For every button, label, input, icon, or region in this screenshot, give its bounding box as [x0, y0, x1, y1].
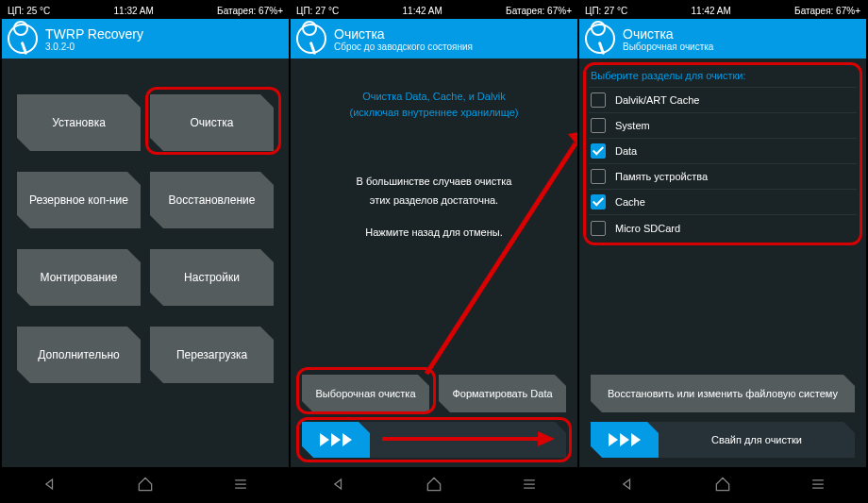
- desc-line1: В большинстве случаев очистка: [300, 173, 568, 192]
- info-line1: Очистка Data, Cache, и Dalvik: [300, 89, 568, 105]
- content: Выберите разделы для очистки: Dalvik/ART…: [579, 59, 866, 467]
- screen-main: ЦП: 25 °C 11:32 AM Батарея: 67%+ TWRP Re…: [2, 2, 289, 501]
- partition-label: Data: [615, 145, 637, 157]
- header-subtitle: 3.0.2-0: [45, 42, 143, 52]
- statusbar: ЦП: 27 °C 11:42 AM Батарея: 67%+: [579, 2, 866, 19]
- partition-label: Micro SDCard: [615, 223, 680, 234]
- clock: 11:32 AM: [114, 6, 154, 16]
- navbar: [2, 467, 289, 501]
- info-line2: (исключая внутреннее хранилище): [300, 105, 568, 121]
- header-subtitle: Выборочная очистка: [623, 42, 713, 52]
- checkbox-icon[interactable]: [591, 92, 606, 108]
- svg-marker-3: [568, 130, 577, 153]
- home-icon[interactable]: [713, 475, 732, 494]
- clock: 11:42 AM: [403, 6, 442, 16]
- cpu-temp: ЦП: 25 °C: [8, 6, 50, 16]
- back-icon[interactable]: [329, 475, 348, 494]
- screen-wipe: ЦП: 27 °C 11:42 AM Батарея: 67%+ Очистка…: [291, 2, 577, 501]
- header: TWRP Recovery 3.0.2-0: [2, 19, 289, 59]
- partition-label: System: [615, 120, 650, 131]
- clock: 11:42 AM: [692, 6, 731, 16]
- tile-restore[interactable]: Восстановление: [150, 172, 274, 228]
- partition-row[interactable]: Dalvik/ART Cache: [589, 88, 857, 113]
- desc-line3: Нажмите назад для отмены.: [300, 224, 568, 243]
- partition-row[interactable]: Cache: [589, 190, 857, 215]
- repair-fs-button[interactable]: Восстановить или изменить файловую систе…: [591, 375, 855, 412]
- tile-mount[interactable]: Монтирование: [17, 249, 141, 306]
- partition-row[interactable]: Память устройства: [589, 164, 857, 190]
- partition-row[interactable]: Data: [589, 139, 857, 164]
- checkbox-icon[interactable]: [591, 118, 606, 133]
- tile-reboot[interactable]: Перезагрузка: [150, 327, 274, 383]
- content: Очистка Data, Cache, и Dalvik (исключая …: [291, 59, 577, 467]
- checkbox-icon[interactable]: [591, 169, 606, 184]
- header-text: TWRP Recovery 3.0.2-0: [45, 26, 143, 52]
- navbar: [291, 467, 577, 501]
- format-data-button[interactable]: Форматировать Data: [439, 375, 566, 412]
- content: Установка Очистка Резервное коп-ние Восс…: [2, 59, 289, 467]
- cpu-temp: ЦП: 27 °C: [585, 6, 627, 16]
- slider-handle-icon[interactable]: [302, 422, 370, 458]
- checkbox-icon[interactable]: [591, 221, 606, 236]
- header: Очистка Выборочная очистка: [579, 19, 866, 59]
- tile-wipe[interactable]: Очистка: [150, 94, 274, 151]
- partition-label: Память устройства: [615, 171, 708, 182]
- header-text: Очистка Выборочная очистка: [623, 26, 713, 52]
- screen-advanced-wipe: ЦП: 27 °C 11:42 AM Батарея: 67%+ Очистка…: [579, 2, 866, 501]
- header: Очистка Сброс до заводского состояния: [291, 19, 577, 59]
- partition-row[interactable]: System: [589, 113, 857, 139]
- header-subtitle: Сброс до заводского состояния: [334, 42, 473, 52]
- tile-backup[interactable]: Резервное коп-ние: [17, 172, 141, 228]
- partition-row[interactable]: Micro SDCard: [589, 215, 857, 241]
- partition-label: Dalvik/ART Cache: [615, 94, 699, 106]
- partition-checklist: Dalvik/ART CacheSystemDataПамять устройс…: [589, 87, 857, 241]
- home-icon[interactable]: [136, 475, 155, 494]
- battery: Батарея: 67%+: [217, 6, 283, 16]
- tile-install[interactable]: Установка: [17, 94, 141, 151]
- home-icon[interactable]: [425, 475, 443, 494]
- tile-advanced[interactable]: Дополнительно: [17, 327, 141, 383]
- checklist-title: Выберите разделы для очистки:: [589, 66, 857, 87]
- slider-label: Свайп для очистки: [659, 434, 855, 445]
- checkbox-icon[interactable]: [591, 143, 606, 159]
- checkbox-icon[interactable]: [591, 194, 606, 210]
- navbar: [579, 467, 866, 501]
- statusbar: ЦП: 27 °C 11:42 AM Батарея: 67%+: [291, 2, 577, 19]
- header-title: Очистка: [623, 26, 713, 42]
- back-icon[interactable]: [41, 475, 59, 494]
- menu-icon[interactable]: [520, 475, 539, 494]
- menu-icon[interactable]: [809, 475, 827, 494]
- header-title: Очистка: [334, 26, 473, 42]
- advanced-wipe-button[interactable]: Выборочная очистка: [302, 375, 429, 412]
- cpu-temp: ЦП: 27 °C: [296, 6, 339, 16]
- desc-line2: этих разделов достаточна.: [300, 192, 568, 210]
- header-title: TWRP Recovery: [45, 26, 143, 42]
- main-grid: Установка Очистка Резервное коп-ние Восс…: [11, 68, 279, 383]
- slider-handle-icon[interactable]: [591, 422, 659, 458]
- twrp-logo-icon: [8, 24, 38, 54]
- menu-icon[interactable]: [231, 475, 250, 494]
- twrp-logo-icon: [296, 24, 326, 54]
- button-row: Выборочная очистка Форматировать Data: [300, 375, 568, 412]
- tile-settings[interactable]: Настройки: [150, 249, 274, 306]
- partition-label: Cache: [615, 196, 645, 208]
- battery: Батарея: 67%+: [794, 6, 860, 16]
- swipe-slider[interactable]: [302, 422, 566, 458]
- twrp-logo-icon: [585, 24, 615, 54]
- swipe-slider[interactable]: Свайп для очистки: [591, 422, 855, 458]
- battery: Батарея: 67%+: [506, 6, 572, 16]
- statusbar: ЦП: 25 °C 11:32 AM Батарея: 67%+: [2, 2, 289, 19]
- back-icon[interactable]: [618, 475, 637, 494]
- header-text: Очистка Сброс до заводского состояния: [334, 26, 473, 52]
